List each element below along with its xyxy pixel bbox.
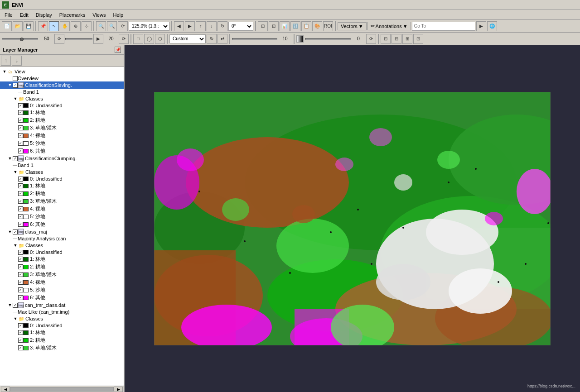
annotations-btn[interactable]: ✏ Annotations ▼: [367, 22, 411, 30]
check-can-tmr[interactable]: [13, 303, 18, 308]
check-m-class1[interactable]: [18, 257, 23, 262]
tree-node-s-class5[interactable]: 5: 沙地: [0, 139, 124, 147]
tree-node-s-class3[interactable]: 3: 草地/灌木: [0, 124, 124, 132]
check-m-class3[interactable]: [18, 272, 23, 277]
check-c-class5[interactable]: [18, 214, 23, 219]
zoom-out-btn[interactable]: 🔍: [96, 21, 106, 31]
new-btn[interactable]: 📄: [2, 21, 12, 31]
tree-node-classes-s[interactable]: ▼ 📁 Classes: [0, 95, 124, 102]
save-btn[interactable]: 💾: [24, 21, 34, 31]
expand-classes-c[interactable]: ▼: [13, 169, 18, 175]
expand-sieving[interactable]: ▼: [7, 82, 13, 88]
vectors-btn[interactable]: Vectors ▼: [338, 22, 367, 30]
check-t-class1[interactable]: [18, 330, 23, 335]
menu-views[interactable]: Views: [90, 11, 108, 19]
region-btn1[interactable]: □: [133, 34, 143, 44]
tree-node-can-tmr[interactable]: ▼ img can_tmr_class.dat: [0, 301, 124, 309]
toolbar-r3[interactable]: ⊞: [402, 34, 412, 44]
check-c-class0[interactable]: [18, 177, 23, 182]
expand-can-tmr[interactable]: ▼: [7, 302, 13, 308]
tree-node-s-class6[interactable]: 6: 其他: [0, 147, 124, 155]
tree-node-t-class2[interactable]: 2: 耕地: [0, 336, 124, 344]
tree-node-s-class1[interactable]: 1: 林地: [0, 109, 124, 116]
expand-clumping[interactable]: ▼: [7, 156, 13, 161]
check-overview[interactable]: [13, 76, 18, 81]
stretch-apply-btn[interactable]: ↻: [207, 34, 217, 44]
up-btn[interactable]: ↑: [196, 21, 206, 31]
next-btn[interactable]: ▶: [185, 21, 195, 31]
panel-pin-btn[interactable]: 📌: [115, 47, 121, 53]
zoom-fit-btn[interactable]: 🔍: [107, 21, 117, 31]
zoom-in-btn[interactable]: ⊕: [71, 21, 81, 31]
check-c-class1[interactable]: [18, 183, 23, 188]
menu-edit[interactable]: Edit: [17, 11, 31, 19]
tree-node-max-like[interactable]: — Max Like (can_tmr.img): [0, 309, 124, 315]
region-btn3[interactable]: ⬡: [155, 34, 165, 44]
tool1-btn[interactable]: ⊡: [258, 21, 268, 31]
crosshair-btn[interactable]: ⊹: [82, 21, 92, 31]
check-c-class4[interactable]: [18, 206, 23, 211]
toolbar-r4[interactable]: ⊡: [413, 34, 423, 44]
rotate-btn[interactable]: ↻: [218, 21, 227, 31]
tree-node-c-class1[interactable]: 1: 林地: [0, 182, 124, 190]
zoom-combo[interactable]: 125.0% (1.3::: [129, 22, 169, 31]
tree-node-m-class4[interactable]: 4: 裸地: [0, 278, 124, 286]
cursor-btn[interactable]: ↖: [49, 21, 59, 31]
goto-go-btn[interactable]: ▶: [476, 21, 486, 31]
check-s-class2[interactable]: [18, 118, 23, 123]
tree-node-m-class0[interactable]: 0: Unclassified: [0, 249, 124, 255]
menu-help[interactable]: Help: [110, 11, 126, 19]
tree-node-classes-c[interactable]: ▼ 📁 Classes: [0, 168, 124, 176]
tree-node-c-class4[interactable]: 4: 裸地: [0, 205, 124, 213]
tree-node-m-class5[interactable]: 5: 沙地: [0, 286, 124, 294]
check-clumping[interactable]: [13, 156, 18, 161]
check-class-maj[interactable]: [13, 229, 18, 234]
tree-node-c-class3[interactable]: 3: 草地/灌木: [0, 197, 124, 205]
goto-input[interactable]: [412, 22, 475, 31]
loop-btn[interactable]: ⟳: [119, 34, 129, 44]
expand-classes-t[interactable]: ▼: [13, 316, 18, 321]
tree-node-overview[interactable]: Overview: [0, 75, 124, 81]
tree-node-t-class0[interactable]: 0: Unclassified: [0, 322, 124, 329]
check-s-class3[interactable]: [18, 125, 23, 130]
check-m-class6[interactable]: [18, 295, 23, 300]
check-s-class6[interactable]: [18, 148, 23, 153]
tree-node-majority[interactable]: — Majority Analysis (can: [0, 235, 124, 242]
check-m-class5[interactable]: [18, 287, 23, 292]
map-view[interactable]: https://blog.csdn.net/wxc...: [125, 45, 580, 392]
check-t-class3[interactable]: [18, 345, 23, 350]
tree-node-m-class1[interactable]: 1: 林地: [0, 255, 124, 263]
tree-node-c-class6[interactable]: 6: 其他: [0, 220, 124, 228]
check-t-class2[interactable]: [18, 338, 23, 343]
pan-btn[interactable]: ✋: [60, 21, 70, 31]
check-c-class2[interactable]: [18, 191, 23, 196]
down-btn[interactable]: ↓: [207, 21, 217, 31]
menu-placemarks[interactable]: Placemarks: [57, 11, 88, 19]
zoom-reset-btn[interactable]: ⟳: [118, 21, 128, 31]
stretch-type-btn[interactable]: ⇄: [218, 34, 227, 44]
toolbar-r2[interactable]: ⊟: [392, 34, 401, 44]
check-s-class1[interactable]: [18, 110, 23, 115]
check-c-class6[interactable]: [18, 222, 23, 227]
tool3-btn[interactable]: 📊: [280, 21, 290, 31]
tree-node-band1-c[interactable]: — Band 1: [0, 162, 124, 168]
tree-node-t-class3[interactable]: 3: 草地/灌木: [0, 344, 124, 352]
menu-file[interactable]: File: [2, 11, 15, 19]
expand-classes-s[interactable]: ▼: [13, 96, 18, 101]
tool5-btn[interactable]: 📋: [301, 21, 311, 31]
tree-node-c-class0[interactable]: 0: Unclassified: [0, 176, 124, 182]
tree-node-s-class0[interactable]: 0: Unclassified: [0, 102, 124, 109]
scroll-right-btn[interactable]: ▶: [114, 387, 123, 392]
opacity-reset-btn[interactable]: ⟳: [366, 34, 376, 44]
check-m-class0[interactable]: [18, 250, 23, 255]
tool6-btn[interactable]: 🎨: [312, 21, 322, 31]
expand-class-maj[interactable]: ▼: [7, 229, 13, 234]
tool4-btn[interactable]: 🔢: [290, 21, 300, 31]
play-btn[interactable]: ▶: [93, 34, 103, 44]
toolbar-r1[interactable]: ⊡: [381, 34, 391, 44]
tree-node-t-class1[interactable]: 1: 林地: [0, 329, 124, 336]
tool7-btn[interactable]: ROI: [323, 21, 333, 31]
tree-node-class-maj[interactable]: ▼ img class_maj: [0, 228, 124, 235]
check-m-class2[interactable]: [18, 264, 23, 269]
expand-view[interactable]: ▼: [2, 69, 7, 74]
